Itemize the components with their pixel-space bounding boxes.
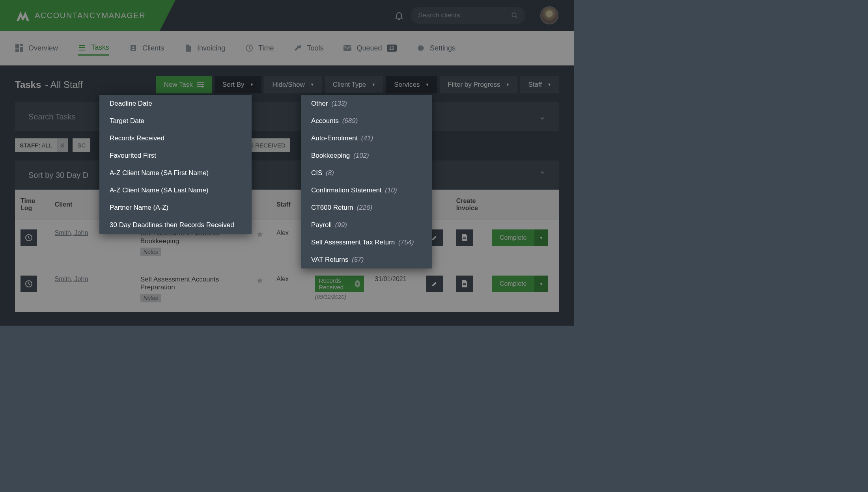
global-search-input[interactable] <box>418 11 511 19</box>
svg-rect-19 <box>463 237 466 238</box>
complete-button[interactable]: Complete <box>492 276 534 292</box>
invoice-button[interactable] <box>456 276 473 292</box>
sort-option[interactable]: A-Z Client Name (SA First Name) <box>99 164 252 182</box>
caret-down-icon: ▼ <box>506 82 510 87</box>
time-log-button[interactable] <box>21 229 37 246</box>
sort-option[interactable]: 30 Day Deadlines then Records Received <box>99 216 252 234</box>
queued-count-badge: 19 <box>387 45 397 52</box>
records-date: (09/12/2020) <box>315 294 364 300</box>
hide-show-button[interactable]: Hide/Show▼ <box>264 76 322 93</box>
avatar[interactable] <box>540 6 558 24</box>
filter-progress-button[interactable]: Filter by Progress▼ <box>440 76 517 93</box>
complete-dropdown[interactable]: ▼ <box>534 276 548 292</box>
sort-option[interactable]: Partner Name (A-Z) <box>99 199 252 216</box>
nav-settings-label: Settings <box>430 44 455 52</box>
main-nav: Overview Tasks Clients Invoicing Time To… <box>0 31 574 65</box>
gear-icon <box>416 44 425 52</box>
chip-received-partial[interactable]: S RECEIVED <box>245 138 290 152</box>
caret-down-icon: ▼ <box>310 82 314 87</box>
star-icon[interactable]: ★ <box>256 229 264 239</box>
svg-rect-3 <box>20 47 23 52</box>
clock-icon <box>245 44 254 52</box>
nav-clients[interactable]: Clients <box>129 44 164 52</box>
filter-chips: STAFF: ALLX SC S RECEIVED <box>15 138 559 152</box>
chip-remove-icon[interactable]: X <box>57 138 68 152</box>
svg-rect-5 <box>79 45 85 46</box>
service-option[interactable]: CT600 Return (226) <box>301 199 432 216</box>
service-option[interactable]: Payroll (99) <box>301 216 432 234</box>
chevron-up-icon[interactable]: ⌃ <box>539 170 546 180</box>
chip-staff[interactable]: STAFF: ALLX <box>15 138 68 152</box>
table-row: Smith, JohnSelf Assessment Accounts Prep… <box>15 266 559 312</box>
service-option[interactable]: Auto-Enrolment (41) <box>301 130 432 147</box>
page-title: Tasks- All Staff <box>15 79 83 90</box>
svg-rect-7 <box>79 50 85 50</box>
service-option[interactable]: Other (133) <box>301 95 432 112</box>
nav-tools[interactable]: Tools <box>293 44 323 52</box>
sort-option[interactable]: Favourited First <box>99 147 252 164</box>
notification-bell-icon[interactable] <box>394 11 404 20</box>
client-type-button[interactable]: Client Type▼ <box>325 76 384 93</box>
sort-band[interactable]: Sort by 30 Day D ⌃ <box>15 160 559 190</box>
notes-tag[interactable]: Notes <box>140 294 161 302</box>
star-icon[interactable]: ★ <box>256 276 264 285</box>
records-received-badge[interactable]: Records Received+ <box>315 276 364 292</box>
global-search[interactable] <box>411 7 525 24</box>
nav-tasks[interactable]: Tasks <box>78 43 109 56</box>
svg-rect-2 <box>20 44 23 46</box>
logo[interactable]: ACCOUNTANCYMANAGER <box>0 10 146 21</box>
svg-rect-6 <box>79 47 85 48</box>
client-link[interactable]: Smith, John <box>55 229 88 236</box>
service-option[interactable]: CIS (8) <box>301 164 432 182</box>
caret-down-icon: ▼ <box>250 82 254 87</box>
deadline-date: 31/01/2021 <box>370 266 421 312</box>
svg-rect-14 <box>197 84 204 85</box>
notes-tag[interactable]: Notes <box>140 248 161 256</box>
svg-rect-1 <box>15 44 19 48</box>
complete-button[interactable]: Complete <box>492 229 534 246</box>
time-log-button[interactable] <box>21 276 37 292</box>
new-task-button[interactable]: New Task <box>156 76 211 93</box>
sort-option[interactable]: Records Received <box>99 130 252 147</box>
nav-tools-label: Tools <box>307 44 323 52</box>
staff-filter-button[interactable]: Staff▼ <box>520 76 559 93</box>
service-option[interactable]: Self Assessment Tax Return (754) <box>301 234 432 251</box>
invoice-button[interactable] <box>456 229 473 246</box>
edit-button[interactable] <box>426 276 443 292</box>
nav-invoicing[interactable]: Invoicing <box>184 44 225 52</box>
mail-icon <box>343 44 352 52</box>
sort-option[interactable]: Deadline Date <box>99 95 252 112</box>
sort-by-dropdown: Deadline DateTarget DateRecords Received… <box>99 95 252 234</box>
complete-dropdown[interactable]: ▼ <box>534 229 548 246</box>
chevron-down-icon[interactable]: ⌄ <box>539 112 546 122</box>
svg-rect-17 <box>202 86 204 87</box>
sort-option[interactable]: A-Z Client Name (SA Last Name) <box>99 182 252 199</box>
svg-rect-15 <box>197 86 202 87</box>
nav-invoicing-label: Invoicing <box>197 44 225 52</box>
service-option[interactable]: Accounts (689) <box>301 112 432 130</box>
service-option[interactable]: Bookkeeping (102) <box>301 147 432 164</box>
logo-mark-icon <box>15 10 31 21</box>
col-create-invoice: Create Invoice <box>451 190 486 220</box>
nav-queued[interactable]: Queued19 <box>343 44 396 52</box>
client-link[interactable]: Smith, John <box>55 276 88 282</box>
chip-partial[interactable]: SC <box>73 138 90 152</box>
new-task-icon <box>197 82 204 88</box>
caret-down-icon: ▼ <box>371 82 375 87</box>
table-row: Smith, JohnSelf Assessment Accounts Book… <box>15 220 559 266</box>
sort-option[interactable]: Target Date <box>99 112 252 130</box>
caret-down-icon: ▼ <box>425 82 429 87</box>
search-tasks-bar[interactable]: ⌄ <box>15 102 559 131</box>
nav-overview[interactable]: Overview <box>15 44 58 52</box>
svg-rect-23 <box>463 284 466 285</box>
service-option[interactable]: VAT Returns (57) <box>301 251 432 268</box>
tasks-icon <box>78 43 86 52</box>
nav-settings[interactable]: Settings <box>416 44 455 52</box>
services-button[interactable]: Services▼ <box>386 76 437 93</box>
caret-down-icon: ▼ <box>547 82 551 87</box>
service-option[interactable]: Confirmation Statement (10) <box>301 182 432 199</box>
services-dropdown: Other (133)Accounts (689)Auto-Enrolment … <box>301 95 432 268</box>
sort-by-button[interactable]: Sort By▼ <box>215 76 262 93</box>
nav-time[interactable]: Time <box>245 44 274 52</box>
plus-icon[interactable]: + <box>355 280 360 287</box>
